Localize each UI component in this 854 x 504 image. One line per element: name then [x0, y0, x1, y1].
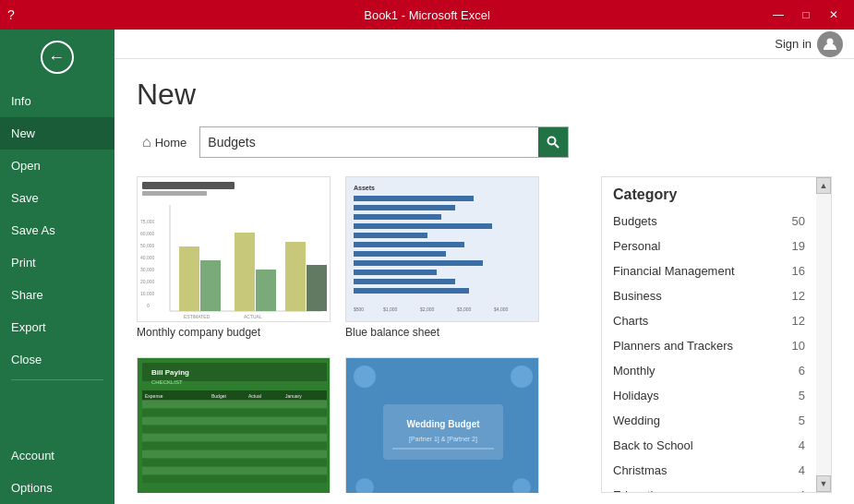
- svg-text:Wedding Budget: Wedding Budget: [406, 419, 480, 429]
- back-circle[interactable]: ←: [41, 41, 74, 74]
- home-icon: ⌂: [142, 134, 151, 150]
- category-row-education[interactable]: Education 4: [602, 483, 816, 492]
- category-label-business: Business: [613, 289, 662, 303]
- svg-rect-34: [354, 270, 437, 275]
- category-title: Category: [602, 177, 816, 209]
- svg-rect-16: [179, 246, 199, 311]
- scroll-down-button[interactable]: ▼: [816, 475, 831, 492]
- sidebar-item-export[interactable]: Export: [0, 311, 114, 343]
- category-scrollbar: ▲ ▼: [816, 177, 831, 492]
- help-button[interactable]: ?: [7, 7, 15, 22]
- template-card-wedding[interactable]: Wedding Budget [Partner 1] & [Partner 2]…: [345, 357, 539, 493]
- category-label-education: Education: [613, 488, 667, 492]
- category-row-wedding[interactable]: Wedding 5: [602, 408, 816, 433]
- svg-text:Expense: Expense: [145, 393, 163, 399]
- category-count-christmas: 4: [799, 463, 805, 477]
- svg-point-63: [511, 366, 533, 388]
- svg-rect-30: [354, 233, 427, 238]
- svg-text:10,000: 10,000: [140, 291, 155, 296]
- sign-in-label: Sign in: [775, 37, 812, 51]
- template-grid: 75,000 60,000 50,000 40,000 30,000 20,00…: [137, 176, 586, 493]
- category-row-back-school[interactable]: Back to School 4: [602, 433, 816, 458]
- sidebar-item-close[interactable]: Close: [0, 343, 114, 376]
- back-button[interactable]: ←: [0, 30, 114, 85]
- sidebar-item-open[interactable]: Open: [0, 150, 114, 182]
- category-row-christmas[interactable]: Christmas 4: [602, 458, 816, 483]
- svg-text:ESTIMATED: ESTIMATED: [184, 314, 210, 319]
- category-count-holidays: 5: [799, 389, 805, 402]
- back-arrow-icon: ←: [48, 49, 65, 66]
- close-button[interactable]: ✕: [821, 5, 847, 25]
- maximize-button[interactable]: □: [793, 5, 819, 25]
- category-count-business: 12: [792, 289, 805, 303]
- category-count-monthly: 6: [799, 364, 805, 378]
- svg-rect-53: [142, 417, 327, 425]
- svg-rect-36: [354, 288, 469, 294]
- svg-rect-56: [142, 442, 327, 450]
- svg-rect-52: [142, 409, 327, 416]
- svg-text:75,000: 75,000: [140, 219, 155, 224]
- sidebar-item-share[interactable]: Share: [0, 279, 114, 311]
- page-title: New: [137, 78, 832, 112]
- category-row-financial[interactable]: Financial Management 16: [602, 258, 816, 283]
- svg-text:Bill Paying: Bill Paying: [151, 368, 189, 377]
- scroll-up-button[interactable]: ▲: [816, 177, 831, 194]
- sidebar-item-options[interactable]: Options: [0, 472, 114, 504]
- avatar: [817, 31, 843, 57]
- template-card-blue-balance[interactable]: Assets: [345, 176, 539, 342]
- svg-text:40,000: 40,000: [140, 255, 155, 260]
- top-bar: Sign in: [114, 30, 854, 59]
- minimize-button[interactable]: —: [765, 5, 791, 25]
- svg-rect-55: [142, 434, 327, 441]
- sign-in-area[interactable]: Sign in: [775, 31, 843, 57]
- content-wrapper: Sign in New ⌂ Home: [114, 30, 854, 504]
- sidebar-item-print[interactable]: Print: [0, 246, 114, 279]
- svg-rect-17: [200, 260, 221, 311]
- search-input[interactable]: [200, 129, 538, 155]
- app-layout: ← Info New Open Save Save As Print Share…: [0, 30, 854, 504]
- svg-rect-5: [142, 191, 207, 196]
- template-card-bill-paying[interactable]: Bill Paying CHECKLIST Expense Budget Act…: [137, 357, 331, 493]
- svg-text:Budget: Budget: [211, 393, 226, 399]
- template-card-monthly-budget[interactable]: 75,000 60,000 50,000 40,000 30,000 20,00…: [137, 176, 331, 342]
- search-button[interactable]: [538, 127, 568, 157]
- sidebar: ← Info New Open Save Save As Print Share…: [0, 30, 114, 504]
- sidebar-item-account[interactable]: Account: [0, 439, 114, 472]
- category-label-budgets: Budgets: [613, 214, 657, 228]
- category-panel: Category Budgets 50 Personal 19: [601, 176, 832, 493]
- category-count-financial: 16: [792, 264, 805, 278]
- svg-rect-51: [142, 401, 327, 408]
- sidebar-item-info[interactable]: Info: [0, 85, 114, 117]
- category-count-personal: 19: [792, 239, 805, 253]
- home-button[interactable]: ⌂ Home: [137, 130, 192, 154]
- svg-text:$3,000: $3,000: [457, 306, 472, 312]
- svg-rect-26: [354, 196, 474, 201]
- category-row-planners[interactable]: Planners and Trackers 10: [602, 333, 816, 358]
- category-row-monthly[interactable]: Monthly 6: [602, 358, 816, 383]
- sidebar-item-save-as[interactable]: Save As: [0, 214, 114, 246]
- category-count-planners: 10: [792, 339, 805, 353]
- category-row-holidays[interactable]: Holidays 5: [602, 383, 816, 408]
- svg-rect-66: [383, 404, 503, 460]
- sidebar-item-new[interactable]: New: [0, 117, 114, 150]
- category-count-back-school: 4: [799, 438, 805, 452]
- template-thumb-blue-balance: Assets: [345, 176, 539, 322]
- svg-text:ACTUAL: ACTUAL: [244, 314, 262, 319]
- search-box: [199, 126, 569, 158]
- svg-rect-60: [142, 475, 327, 483]
- category-row-charts[interactable]: Charts 12: [602, 308, 816, 333]
- svg-rect-19: [256, 270, 276, 311]
- category-row-budgets[interactable]: Budgets 50: [602, 209, 816, 234]
- category-list: Budgets 50 Personal 19 Financial Managem…: [602, 209, 816, 492]
- category-row-business[interactable]: Business 12: [602, 283, 816, 308]
- category-count-charts: 12: [792, 314, 805, 328]
- window-controls: — □ ✕: [765, 5, 847, 25]
- svg-text:Actual: Actual: [248, 393, 261, 399]
- svg-text:CHECKLIST: CHECKLIST: [151, 379, 183, 385]
- svg-rect-27: [354, 205, 455, 210]
- category-count-education: 4: [799, 488, 805, 492]
- category-row-personal[interactable]: Personal 19: [602, 234, 816, 258]
- svg-rect-20: [285, 242, 306, 311]
- sidebar-item-save[interactable]: Save: [0, 182, 114, 214]
- search-area: ⌂ Home: [137, 126, 832, 158]
